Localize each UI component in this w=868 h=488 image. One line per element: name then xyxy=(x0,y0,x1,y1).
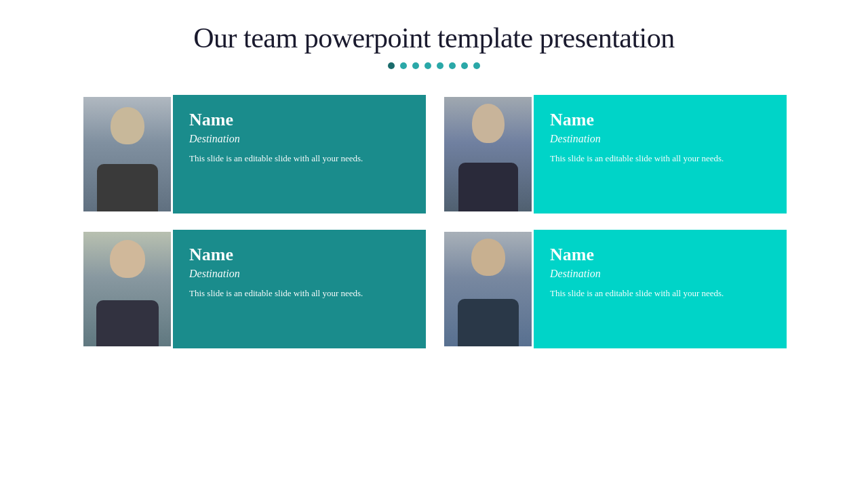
card-2-photo xyxy=(444,97,532,211)
main-title: Our team powerpoint template presentatio… xyxy=(193,22,675,54)
dot-1[interactable] xyxy=(388,62,395,69)
card-1-name: Name xyxy=(189,110,412,130)
card-4-name: Name xyxy=(550,245,773,265)
dot-8[interactable] xyxy=(473,62,480,69)
team-card-1: Name Destination This slide is an editab… xyxy=(81,95,426,214)
dot-indicators xyxy=(193,62,675,69)
card-3-photo xyxy=(83,232,171,346)
card-2-name: Name xyxy=(550,110,773,130)
dot-2[interactable] xyxy=(400,62,407,69)
team-card-2: Name Destination This slide is an editab… xyxy=(442,95,787,214)
card-4-destination: Destination xyxy=(550,268,773,280)
cards-container: Name Destination This slide is an editab… xyxy=(0,75,868,348)
card-2-photo-wrapper xyxy=(442,95,534,214)
card-4-photo xyxy=(444,232,532,346)
card-1-photo-wrapper xyxy=(81,95,173,214)
card-3-destination: Destination xyxy=(189,268,412,280)
team-card-4: Name Destination This slide is an editab… xyxy=(442,230,787,348)
card-1-destination: Destination xyxy=(189,133,412,145)
card-3-description: This slide is an editable slide with all… xyxy=(189,287,412,300)
card-3-photo-wrapper xyxy=(81,230,173,348)
card-1-photo xyxy=(83,97,171,211)
card-4-content: Name Destination This slide is an editab… xyxy=(534,230,787,348)
dot-3[interactable] xyxy=(412,62,419,69)
card-4-photo-wrapper xyxy=(442,230,534,348)
card-1-content: Name Destination This slide is an editab… xyxy=(173,95,426,214)
card-3-content: Name Destination This slide is an editab… xyxy=(173,230,426,348)
dot-5[interactable] xyxy=(437,62,443,69)
dot-7[interactable] xyxy=(461,62,468,69)
dot-6[interactable] xyxy=(449,62,456,69)
dot-4[interactable] xyxy=(425,62,431,69)
card-3-name: Name xyxy=(189,245,412,265)
card-1-description: This slide is an editable slide with all… xyxy=(189,152,412,165)
card-2-description: This slide is an editable slide with all… xyxy=(550,152,773,165)
card-4-description: This slide is an editable slide with all… xyxy=(550,287,773,300)
header-section: Our team powerpoint template presentatio… xyxy=(193,0,675,69)
card-2-destination: Destination xyxy=(550,133,773,145)
card-2-content: Name Destination This slide is an editab… xyxy=(534,95,787,214)
team-card-3: Name Destination This slide is an editab… xyxy=(81,230,426,348)
